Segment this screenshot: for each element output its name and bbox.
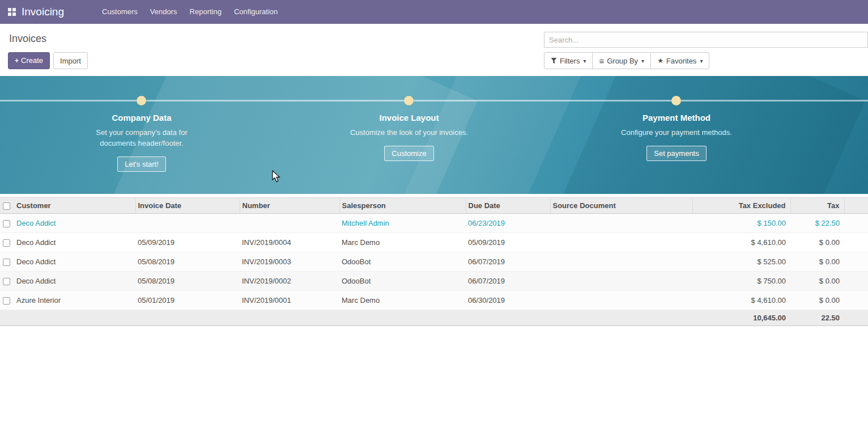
cell-tax: $ 22.50 [790, 214, 844, 233]
group-by-icon: ≡ [599, 58, 604, 64]
cell-customer: Deco Addict [14, 272, 135, 291]
cell-invoice-date: 05/09/2019 [135, 233, 240, 252]
table-header-row: Customer Invoice Date Number Salesperson… [0, 198, 868, 214]
favorites-star-icon: ★ [657, 56, 663, 66]
step-title: Company Data [74, 112, 210, 124]
cell-salesperson: Mitchell Admin [339, 214, 466, 233]
cell-customer: Deco Addict [14, 233, 135, 252]
plus-icon: + [15, 57, 19, 65]
chevron-down-icon: ▾ [700, 56, 703, 66]
row-checkbox[interactable] [3, 220, 10, 227]
apps-menu-icon[interactable] [8, 8, 16, 16]
favorites-button[interactable]: ★Favorites▾ [650, 52, 709, 69]
row-checkbox[interactable] [3, 297, 10, 305]
onboarding-step-dot [137, 96, 146, 105]
step-description: Configure your payment methods. [614, 127, 739, 138]
cell-tax-excluded: $ 750.00 [692, 272, 790, 291]
create-button[interactable]: +Create [8, 52, 50, 69]
select-all-checkbox[interactable] [3, 202, 10, 210]
cell-due-date: 06/30/2019 [466, 291, 550, 310]
onboarding-step-dot [404, 96, 414, 105]
cell-number: INV/2019/0001 [240, 291, 339, 310]
cell-number: INV/2019/0003 [240, 252, 339, 272]
cell-number [240, 214, 339, 233]
customize-button[interactable]: Customize [384, 146, 433, 161]
cell-customer: Deco Addict [14, 252, 135, 272]
header-tax-excluded[interactable]: Tax Excluded [692, 198, 790, 214]
row-checkbox[interactable] [3, 239, 10, 247]
total-tax-excluded: 10,645.00 [692, 310, 790, 326]
header-customer[interactable]: Customer [14, 198, 135, 214]
menu-vendors[interactable]: Vendors [144, 0, 184, 24]
row-checkbox[interactable] [3, 259, 10, 266]
onboarding-step-invoice-layout: Invoice Layout Customize the look of you… [341, 112, 477, 161]
cell-invoice-date [135, 214, 240, 233]
header-due-date[interactable]: Due Date [466, 198, 550, 214]
cell-source-document [550, 233, 692, 252]
cell-tax-excluded: $ 525.00 [692, 252, 790, 272]
cell-tax: $ 0.00 [790, 252, 844, 272]
cell-due-date: 06/07/2019 [466, 252, 550, 272]
header-number[interactable]: Number [240, 198, 339, 214]
cell-tax: $ 0.00 [790, 272, 844, 291]
filters-button[interactable]: Filters▾ [544, 52, 593, 69]
table-row[interactable]: Deco Addict 05/08/2019 INV/2019/0002 Odo… [0, 272, 868, 291]
table-row[interactable]: Deco Addict 05/08/2019 INV/2019/0003 Odo… [0, 252, 868, 272]
onboarding-banner: Company Data Set your company's data for… [0, 76, 868, 194]
set-payments-button[interactable]: Set payments [646, 146, 707, 161]
cell-source-document [550, 291, 692, 310]
menu-customers[interactable]: Customers [96, 0, 144, 24]
cell-tax-excluded: $ 150.00 [692, 214, 790, 233]
header-filler [844, 198, 868, 214]
step-title: Invoice Layout [341, 112, 477, 124]
cell-tax-excluded: $ 4,610.00 [692, 291, 790, 310]
cell-due-date: 06/23/2019 [466, 214, 550, 233]
cell-source-document [550, 272, 692, 291]
header-invoice-date[interactable]: Invoice Date [135, 198, 240, 214]
cell-source-document [550, 252, 692, 272]
filter-icon [551, 58, 557, 64]
top-nav-bar: Invoicing Customers Vendors Reporting Co… [0, 0, 868, 24]
page-title: Invoices [9, 33, 46, 45]
step-title: Payment Method [609, 112, 744, 124]
cell-tax: $ 0.00 [790, 233, 844, 252]
table-row[interactable]: Deco Addict 05/09/2019 INV/2019/0004 Mar… [0, 233, 868, 252]
cell-invoice-date: 05/08/2019 [135, 272, 240, 291]
cell-due-date: 06/07/2019 [466, 272, 550, 291]
table-totals-row: 10,645.00 22.50 [0, 310, 868, 326]
header-source-document[interactable]: Source Document [550, 198, 692, 214]
cell-tax-excluded: $ 4,610.00 [692, 233, 790, 252]
chevron-down-icon: ▾ [641, 56, 644, 66]
import-button[interactable]: Import [53, 52, 88, 69]
table-row[interactable]: Deco Addict Mitchell Admin 06/23/2019 $ … [0, 214, 868, 233]
cell-number: INV/2019/0002 [240, 272, 339, 291]
menu-configuration[interactable]: Configuration [228, 0, 284, 24]
search-input[interactable] [544, 32, 868, 48]
header-tax[interactable]: Tax [790, 198, 844, 214]
menu-reporting[interactable]: Reporting [184, 0, 228, 24]
header-salesperson[interactable]: Salesperson [339, 198, 466, 214]
total-tax: 22.50 [790, 310, 844, 326]
step-description: Customize the look of your invoices. [347, 127, 471, 138]
top-menu: Customers Vendors Reporting Configuratio… [96, 0, 284, 24]
lets-start-button[interactable]: Let's start! [117, 157, 166, 172]
control-panel: Invoices +Create Import Filters▾ ≡Group … [0, 24, 868, 76]
row-checkbox[interactable] [3, 278, 10, 285]
app-name[interactable]: Invoicing [22, 6, 64, 18]
cell-salesperson: OdooBot [339, 272, 466, 291]
cell-salesperson: OdooBot [339, 252, 466, 272]
step-description: Set your company's data for documents he… [79, 127, 204, 149]
cell-customer: Azure Interior [14, 291, 135, 310]
cell-source-document [550, 214, 692, 233]
table-row[interactable]: Azure Interior 05/01/2019 INV/2019/0001 … [0, 291, 868, 310]
chevron-down-icon: ▾ [583, 56, 586, 66]
onboarding-step-company-data: Company Data Set your company's data for… [74, 112, 210, 172]
cell-customer: Deco Addict [14, 214, 135, 233]
cell-invoice-date: 05/01/2019 [135, 291, 240, 310]
cell-salesperson: Marc Demo [339, 233, 466, 252]
onboarding-timeline [0, 100, 868, 102]
cell-invoice-date: 05/08/2019 [135, 252, 240, 272]
cell-due-date: 05/09/2019 [466, 233, 550, 252]
group-by-button[interactable]: ≡Group By▾ [592, 52, 651, 69]
cell-tax: $ 0.00 [790, 291, 844, 310]
